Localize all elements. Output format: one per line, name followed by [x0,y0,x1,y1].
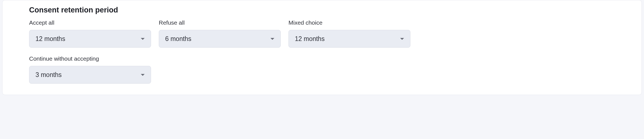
field-refuse-all: Refuse all 6 months [159,19,281,48]
label-refuse-all: Refuse all [159,19,281,26]
select-refuse-all[interactable]: 6 months [159,30,281,48]
select-value-continue-without-accepting: 3 months [35,71,62,79]
select-value-refuse-all: 6 months [165,35,191,43]
chevron-down-icon [141,38,145,40]
chevron-down-icon [400,38,404,40]
select-value-mixed-choice: 12 months [295,35,324,43]
label-accept-all: Accept all [29,19,151,26]
consent-retention-card: Consent retention period Accept all 12 m… [2,0,642,95]
section-title: Consent retention period [29,6,615,14]
select-value-accept-all: 12 months [35,35,65,43]
select-accept-all[interactable]: 12 months [29,30,151,48]
field-mixed-choice: Mixed choice 12 months [288,19,410,48]
field-accept-all: Accept all 12 months [29,19,151,48]
label-mixed-choice: Mixed choice [288,19,410,26]
fields-row-2: Continue without accepting 3 months [29,55,615,84]
chevron-down-icon [141,74,145,76]
fields-row-1: Accept all 12 months Refuse all 6 months… [29,19,615,48]
label-continue-without-accepting: Continue without accepting [29,55,151,62]
select-mixed-choice[interactable]: 12 months [288,30,410,48]
chevron-down-icon [270,38,274,40]
select-continue-without-accepting[interactable]: 3 months [29,66,151,84]
field-continue-without-accepting: Continue without accepting 3 months [29,55,151,84]
